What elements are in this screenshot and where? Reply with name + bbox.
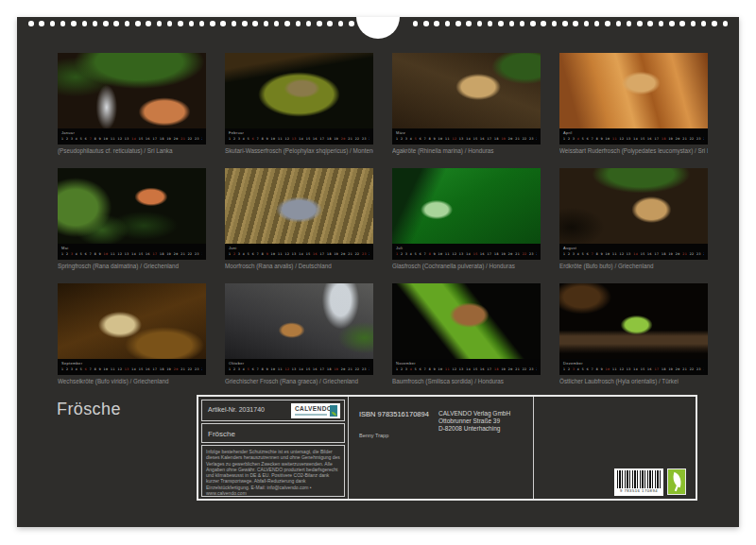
month-photo [392, 168, 541, 244]
binding-hole [60, 21, 66, 26]
binding-hole [530, 21, 536, 26]
mini-calendar-strip: März1 2 3 4 5 6 7 8 9 10 11 12 13 14 15 … [392, 128, 541, 145]
binding-hole [488, 21, 493, 26]
binding-hole [659, 21, 664, 26]
binding-hole [616, 21, 622, 26]
divider-left [348, 397, 349, 499]
binding-hole [210, 21, 215, 26]
month-thumbnail-oktober: Oktober1 2 3 4 5 6 7 8 9 10 11 12 13 14 … [225, 283, 373, 385]
month-photo [225, 53, 373, 128]
barcode: 9 783516 170894 [614, 468, 663, 496]
page-title: Frösche [57, 400, 121, 419]
binding-hole [477, 21, 483, 26]
month-caption: Erdkröte (Bufo bufo) / Griechenland [559, 263, 708, 270]
mini-calendar-strip: Juli1 2 3 4 5 6 7 8 9 10 11 12 13 14 15 … [392, 244, 541, 260]
month-thumbnail-september: September1 2 3 4 5 6 7 8 9 10 11 12 13 1… [58, 283, 206, 385]
strip-month-label: Dezember [563, 361, 704, 366]
mini-calendar-strip: Januar1 2 3 4 5 6 7 8 9 10 11 12 13 14 1… [58, 128, 206, 145]
month-thumbnail-juli: Juli1 2 3 4 5 6 7 8 9 10 11 12 13 14 15 … [392, 168, 541, 270]
binding-hole [199, 21, 205, 26]
divider-right [533, 397, 534, 499]
month-photo [58, 168, 206, 244]
binding-hole [584, 21, 590, 26]
binding-hole [113, 21, 119, 26]
month-caption: Springfrosch (Rana dalmatina) / Griechen… [58, 263, 206, 270]
binding-hole [338, 21, 344, 26]
mini-calendar-strip: Juni1 2 3 4 5 6 7 8 9 10 11 12 13 14 15 … [225, 244, 373, 260]
month-photo [58, 53, 206, 128]
binding-hole [28, 21, 34, 26]
binding-hole [125, 21, 130, 26]
binding-hole [466, 21, 472, 26]
publisher-line: D-82008 Unterhaching [438, 425, 510, 433]
strip-month-label: Februar [229, 130, 369, 135]
month-caption: Weissbart Ruderfrosch (Polypedates leuco… [559, 147, 708, 155]
binding-hole [232, 21, 237, 26]
binding-hole [712, 21, 717, 26]
mini-calendar-strip: Oktober1 2 3 4 5 6 7 8 9 10 11 12 13 14 … [225, 359, 373, 375]
mini-calendar-strip: November1 2 3 4 5 6 7 8 9 10 11 12 13 14… [392, 359, 541, 375]
binding-hole [423, 21, 429, 26]
binding-hole [220, 21, 226, 26]
strip-day-numbers: 1 2 3 4 5 6 7 8 9 10 11 12 13 14 15 16 1… [61, 137, 202, 141]
mini-calendar-strip: September1 2 3 4 5 6 7 8 9 10 11 12 13 1… [58, 359, 206, 375]
mini-calendar-strip: August1 2 3 4 5 6 7 8 9 10 11 12 13 14 1… [559, 244, 708, 260]
month-thumbnail-juni: Juni1 2 3 4 5 6 7 8 9 10 11 12 13 14 15 … [225, 168, 373, 270]
strip-month-label: November [396, 361, 537, 366]
imprint-box: Artikel-Nr. 2031740 CALVENDO Frösche Inf… [197, 395, 697, 501]
strip-day-numbers: 1 2 3 4 5 6 7 8 9 10 11 12 13 14 15 16 1… [396, 367, 537, 371]
strip-month-label: Juli [396, 246, 537, 250]
binding-hole [679, 21, 685, 26]
isbn: ISBN 9783516170894 [359, 410, 429, 418]
legal-text-cell: Infolge bestehender Schutzrechte ist es … [201, 445, 345, 497]
month-caption: Moorfrosch (Rana arvalis) / Deutschland [225, 263, 373, 270]
calvendo-logo-text: CALVENDO [295, 405, 332, 412]
strip-day-numbers: 1 2 3 4 5 6 7 8 9 10 11 12 13 14 15 16 1… [229, 367, 369, 371]
strip-month-label: April [563, 130, 704, 135]
binding-hole [669, 21, 675, 26]
binding-hole [317, 21, 322, 26]
month-caption: Skutari-Wasserfrosch (Pelophylax shqiper… [225, 147, 373, 155]
binding-hole [552, 21, 558, 26]
strip-month-label: Januar [61, 130, 202, 135]
month-caption: (Pseudophilautus cf. reticulatus) / Sri … [58, 147, 206, 155]
month-thumbnail-august: August1 2 3 4 5 6 7 8 9 10 11 12 13 14 1… [559, 168, 708, 270]
binding-hole [103, 21, 109, 26]
barcode-bars [617, 470, 661, 488]
month-caption: Agakröte (Rhinella marina) / Honduras [392, 147, 541, 155]
binding-hole [82, 21, 88, 26]
strip-day-numbers: 1 2 3 4 5 6 7 8 9 10 11 12 13 14 15 16 1… [61, 252, 202, 256]
binding-hole [413, 21, 419, 26]
strip-month-label: Mai [61, 246, 202, 250]
binding-hole [157, 21, 163, 26]
strip-day-numbers: 1 2 3 4 5 6 7 8 9 10 11 12 13 14 15 16 1… [563, 137, 704, 141]
strip-month-label: Oktober [229, 361, 369, 366]
binding-hole [167, 21, 173, 26]
strip-day-numbers: 1 2 3 4 5 6 7 8 9 10 11 12 13 14 15 16 1… [563, 367, 704, 371]
binding-hole [349, 21, 354, 26]
binding-hole [93, 21, 98, 26]
mini-calendar-strip: Mai1 2 3 4 5 6 7 8 9 10 11 12 13 14 15 1… [58, 244, 206, 260]
month-thumbnail-dezember: Dezember1 2 3 4 5 6 7 8 9 10 11 12 13 14… [559, 283, 708, 385]
eco-label-logo [667, 468, 686, 495]
article-number: Artikel-Nr. 2031740 [208, 406, 265, 413]
month-thumbnail-april: April1 2 3 4 5 6 7 8 9 10 11 12 13 14 15… [559, 53, 708, 155]
calvendo-logo: CALVENDO [291, 403, 340, 418]
month-photo [225, 168, 373, 244]
month-thumbnail-mai: Mai1 2 3 4 5 6 7 8 9 10 11 12 13 14 15 1… [58, 168, 206, 270]
strip-day-numbers: 1 2 3 4 5 6 7 8 9 10 11 12 13 14 15 16 1… [563, 252, 704, 256]
month-caption: Griechischer Frosch (Rana graeca) / Grie… [225, 378, 373, 385]
month-photo [58, 283, 206, 359]
binding-hole [605, 21, 610, 26]
strip-month-label: März [396, 130, 537, 135]
strip-day-numbers: 1 2 3 4 5 6 7 8 9 10 11 12 13 14 15 16 1… [396, 137, 537, 141]
month-thumbnail-januar: Januar1 2 3 4 5 6 7 8 9 10 11 12 13 14 1… [58, 53, 206, 155]
binding-hole [455, 21, 461, 26]
month-photo [225, 283, 373, 359]
binding-hole [445, 21, 451, 26]
binding-hole [146, 21, 151, 26]
month-caption: Östlicher Laubfrosch (Hyla orientalis) /… [559, 378, 708, 385]
month-photo [559, 283, 708, 359]
binding-hole [434, 21, 439, 26]
month-thumbnail-november: November1 2 3 4 5 6 7 8 9 10 11 12 13 14… [392, 283, 541, 385]
